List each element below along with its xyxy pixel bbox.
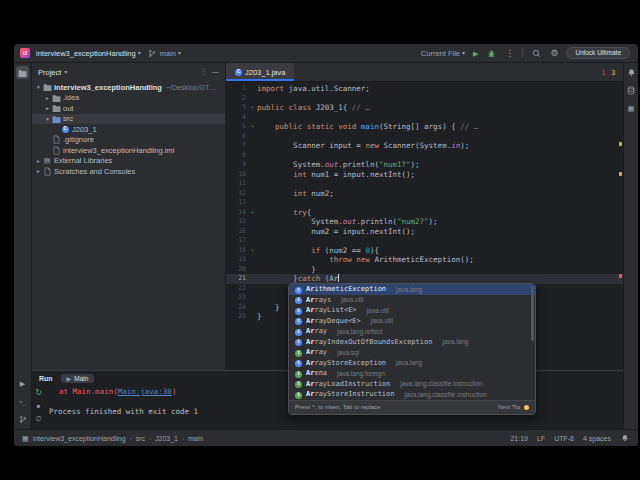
project-folder-icon[interactable]: [16, 66, 29, 79]
code-line-2[interactable]: 2: [226, 94, 623, 104]
code-line-6[interactable]: 6: [226, 132, 623, 142]
fold-arrow-icon[interactable]: ▾: [248, 246, 257, 256]
chevron-down-icon[interactable]: ▾: [44, 116, 51, 122]
line-number[interactable]: 2: [226, 94, 248, 104]
code-line-5[interactable]: 5▾ public static void main(String[] args…: [226, 122, 623, 132]
line-number[interactable]: 25: [226, 312, 248, 322]
line-number[interactable]: 18: [226, 246, 248, 256]
gradle-icon[interactable]: ▦: [625, 102, 638, 115]
breadcrumb-src[interactable]: src: [136, 435, 145, 442]
code-line-8[interactable]: 8: [226, 151, 623, 161]
line-number[interactable]: 3: [226, 103, 248, 113]
debug-button[interactable]: [486, 48, 497, 59]
settings-button[interactable]: ⚙: [550, 49, 558, 58]
chevron-down-icon[interactable]: ▾: [35, 84, 42, 90]
caret-position[interactable]: 21:19: [510, 435, 528, 442]
tree-item-interview3-exceptionhandling-iml[interactable]: interview3_exceptionHandling.iml: [32, 145, 225, 156]
line-number[interactable]: 13: [226, 198, 248, 208]
code-line-12[interactable]: 12 int num2;: [226, 189, 623, 199]
completion-item-arena[interactable]: IArenajava.lang.foreign: [289, 368, 535, 379]
tree-item-scratches-and-consoles[interactable]: ▸Scratches and Consoles: [32, 166, 225, 177]
code-line-3[interactable]: 3▾public class J203_1{ // …: [226, 103, 623, 113]
chevron-right-icon[interactable]: ▸: [44, 95, 51, 101]
completion-item-array[interactable]: CArrayjava.lang.reflect: [289, 326, 535, 337]
search-everywhere-button[interactable]: [531, 48, 542, 59]
code-line-10[interactable]: 10 int num1 = input.nextInt();: [226, 170, 623, 180]
code-line-15[interactable]: 15 System.out.println("num2?");: [226, 217, 623, 227]
more-actions-button[interactable]: ⋮: [505, 49, 514, 58]
run-icon[interactable]: ▶: [16, 377, 29, 390]
unlock-ultimate-button[interactable]: Unlock Ultimate: [566, 47, 630, 59]
run-button[interactable]: ▶: [473, 50, 478, 57]
line-number[interactable]: 22: [226, 284, 248, 294]
line-number[interactable]: 5: [226, 122, 248, 132]
completion-item-arrays[interactable]: CArraysjava.util: [289, 295, 535, 306]
run-tab-main[interactable]: ▶ Main: [61, 374, 95, 383]
tree-item-gitignore[interactable]: .gitignore: [32, 135, 225, 146]
tree-item-idea[interactable]: ▸.idea: [32, 93, 225, 104]
code-line-1[interactable]: 1import java.util.Scanner;: [226, 84, 623, 94]
rerun-icon[interactable]: ↻: [33, 387, 44, 398]
terminal-icon[interactable]: >_: [16, 395, 29, 408]
completion-item-arraystoreexception[interactable]: CArrayStoreExceptionjava.lang: [289, 358, 535, 369]
line-number[interactable]: 15: [226, 217, 248, 227]
line-number[interactable]: 4: [226, 113, 248, 123]
stop-icon[interactable]: ■: [33, 400, 44, 411]
run-config-selector[interactable]: Current File ▾: [421, 49, 465, 58]
completion-item-arraylist-e[interactable]: CArrayList<E>java.util: [289, 305, 535, 316]
chevron-right-icon[interactable]: ▸: [44, 105, 51, 111]
code-line-19[interactable]: 19 throw new ArithmeticException();: [226, 255, 623, 265]
line-number[interactable]: 23: [226, 293, 248, 303]
code-line-14[interactable]: 14▾ try{: [226, 208, 623, 218]
line-number[interactable]: 8: [226, 151, 248, 161]
completion-item-arithmeticexception[interactable]: CArithmeticExceptionjava.lang: [289, 284, 535, 295]
database-icon[interactable]: [625, 84, 638, 97]
completion-item-arrayindexoutofboundsexception[interactable]: CArrayIndexOutOfBoundsExceptionjava.lang: [289, 337, 535, 348]
line-number[interactable]: 16: [226, 227, 248, 237]
line-number[interactable]: 14: [226, 208, 248, 218]
completion-item-arraydeque-e[interactable]: CArrayDeque<E>java.util: [289, 316, 535, 327]
clear-icon[interactable]: ∅: [33, 413, 44, 424]
tree-item-j203-1[interactable]: CJ203_1: [32, 124, 225, 135]
inspections-widget[interactable]: 1 3: [594, 63, 623, 81]
breadcrumb-j203-1[interactable]: J203_1: [155, 435, 178, 442]
tree-item-out[interactable]: ▸out: [32, 103, 225, 114]
line-number[interactable]: 1: [226, 84, 248, 94]
completion-item-arrayloadinstruction[interactable]: IArrayLoadInstructionjava.lang.classfile…: [289, 379, 535, 390]
next-tip-link[interactable]: Next Tip: [498, 404, 520, 410]
line-number[interactable]: 9: [226, 160, 248, 170]
code-line-9[interactable]: 9 System.out.println("num1?");: [226, 160, 623, 170]
completion-item-arraystoreinstruction[interactable]: IArrayStoreInstructionjava.lang.classfil…: [289, 389, 535, 400]
code-line-13[interactable]: 13: [226, 198, 623, 208]
line-number[interactable]: 24: [226, 303, 248, 313]
file-encoding[interactable]: UTF-8: [554, 435, 574, 442]
more-options-icon[interactable]: ⋮: [200, 68, 207, 76]
breadcrumb-interview3-exceptionhandling[interactable]: interview3_exceptionHandling: [33, 435, 126, 442]
code-line-17[interactable]: 17: [226, 236, 623, 246]
vcs-widget[interactable]: main ▾: [147, 48, 181, 59]
line-number[interactable]: 7: [226, 141, 248, 151]
code-line-11[interactable]: 11: [226, 179, 623, 189]
code-line-18[interactable]: 18▾ if (num2 == 0){: [226, 246, 623, 256]
code-line-7[interactable]: 7 Scanner input = new Scanner(System.in)…: [226, 141, 623, 151]
fold-arrow-icon[interactable]: ▾: [248, 103, 257, 113]
chevron-right-icon[interactable]: ▸: [35, 168, 42, 174]
chevron-right-icon[interactable]: ▸: [35, 158, 42, 164]
line-number[interactable]: 10: [226, 170, 248, 180]
notifications-icon[interactable]: [625, 66, 638, 79]
editor-tab-j203-1[interactable]: C J203_1.java: [226, 63, 294, 81]
notifications-bell-icon[interactable]: [620, 433, 630, 443]
line-number[interactable]: 17: [226, 236, 248, 246]
tree-item-src[interactable]: ▾src: [32, 114, 225, 125]
line-number[interactable]: 12: [226, 189, 248, 199]
tree-item-interview3-exceptionhandling[interactable]: ▾interview3_exceptionHandling~/Desktop/G…: [32, 82, 225, 93]
code-line-16[interactable]: 16 num2 = input.nextInt();: [226, 227, 623, 237]
project-widget[interactable]: interview3_exceptionHandling ▾: [36, 49, 141, 58]
stack-trace-link[interactable]: Main.java:30: [118, 387, 172, 396]
hide-panel-icon[interactable]: —: [212, 68, 219, 76]
code-line-20[interactable]: 20 }: [226, 265, 623, 275]
version-control-icon[interactable]: [16, 413, 29, 426]
fold-arrow-icon[interactable]: ▾: [248, 208, 257, 218]
fold-arrow-icon[interactable]: ▾: [248, 122, 257, 132]
completion-item-array[interactable]: IArrayjava.sql: [289, 347, 535, 358]
